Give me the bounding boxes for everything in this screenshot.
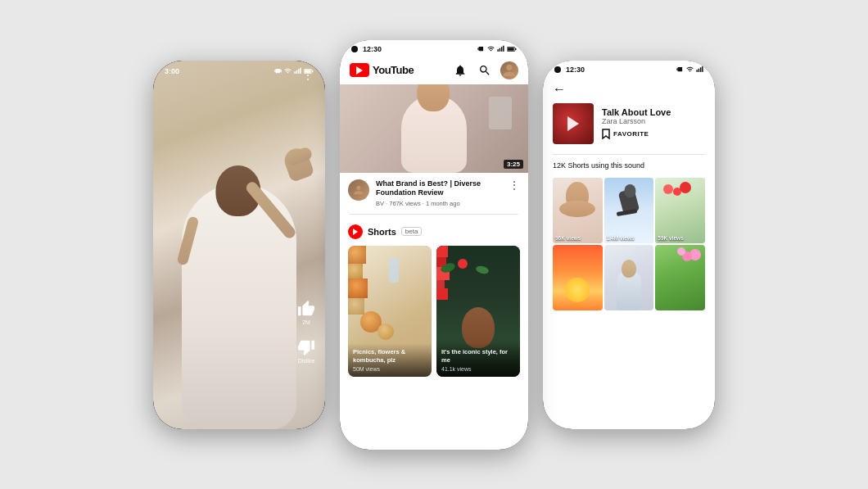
card2-title: It's the iconic style, for me: [441, 348, 515, 364]
svg-rect-3: [298, 69, 300, 74]
ti1-hands: [559, 201, 595, 217]
left-more-menu[interactable]: ⋮: [302, 69, 314, 82]
svg-rect-17: [696, 70, 698, 72]
time-ago: 1 month ago: [426, 200, 460, 207]
video-thumbnail[interactable]: 3:25: [340, 84, 528, 173]
card1-overlay: Picnics, flowers & kombucha, plz 50M vie…: [348, 343, 432, 377]
svg-rect-2: [296, 70, 298, 74]
shorts-thumb-grid: 96K views 1.4M views: [543, 178, 715, 310]
svg-rect-15: [508, 48, 514, 51]
flower-5: [436, 288, 448, 300]
center-screen: 12:30 YouTube: [340, 40, 528, 450]
flower-1: [436, 246, 448, 257]
right-status-left: 12:30: [554, 66, 585, 74]
video-meta: BV · 767K views · 1 month ago: [376, 200, 502, 207]
card2-face: [462, 307, 495, 348]
thumb-item-2[interactable]: 1.4M views: [604, 178, 654, 243]
thumb-item-1[interactable]: 96K views: [553, 178, 603, 243]
food-item-3: [348, 278, 368, 298]
ti3-views: 59K views: [658, 235, 683, 241]
thumb-product: [489, 97, 512, 129]
ti3-bg: [655, 178, 705, 243]
shorts-actions: 2M Dislike: [297, 300, 315, 364]
flower-6: [458, 259, 468, 269]
svg-rect-4: [300, 68, 301, 74]
thumb-item-5[interactable]: [604, 245, 654, 310]
song-thumbnail: [553, 103, 594, 144]
food-item-2: [348, 264, 363, 278]
ti3-flower-1: [663, 184, 673, 194]
song-info: Talk About Love Zara Larsson FAVORITE: [543, 103, 715, 154]
sunset-sun: [565, 278, 590, 302]
search-button[interactable]: [476, 61, 494, 79]
thumb-item-4[interactable]: [553, 245, 603, 310]
shorts-header: Shorts beta: [348, 224, 520, 239]
scene: 3:00 ⋮: [0, 0, 868, 489]
right-status-icons: [676, 66, 703, 73]
channel-avatar-c: [348, 179, 369, 201]
video-info: What Brand is Best? | Diverse Foundation…: [340, 173, 528, 214]
youtube-icon: [350, 63, 369, 77]
svg-rect-0: [276, 69, 280, 73]
shorts-person-area: [153, 110, 325, 429]
vibrate-icon: [274, 67, 282, 75]
video-details: What Brand is Best? | Diverse Foundation…: [376, 179, 502, 207]
svg-rect-12: [503, 46, 504, 52]
video-title: What Brand is Best? | Diverse Foundation…: [376, 179, 502, 198]
back-button[interactable]: ←: [553, 82, 566, 97]
flower-4: [436, 280, 445, 288]
thumbsup-icon: [297, 300, 315, 318]
dislike-label: Dislike: [298, 358, 315, 364]
view-count: 767K views: [389, 200, 420, 207]
svg-rect-18: [698, 69, 700, 72]
shorts-section: Shorts beta: [340, 221, 528, 383]
phone-right: 12:30 ← Talk About Love Zara Larsson: [543, 61, 715, 429]
center-status-bar: 12:30: [340, 40, 528, 57]
center-status-icons: [477, 45, 517, 52]
right-screen: 12:30 ← Talk About Love Zara Larsson: [543, 61, 715, 429]
signal-icon-r: [696, 66, 703, 73]
thumb-item-3[interactable]: 59K views: [655, 178, 705, 243]
user-avatar-c[interactable]: [500, 61, 518, 79]
card2-overlay: It's the iconic style, for me 41.1k view…: [436, 343, 520, 377]
notification-button[interactable]: [451, 61, 469, 79]
song-artist: Zara Larsson: [602, 117, 705, 125]
svg-rect-10: [500, 48, 501, 52]
wifi-icon-r: [686, 66, 694, 73]
vibrate-icon-c: [477, 45, 485, 52]
center-status-left: 12:30: [351, 45, 382, 53]
phone-left: 3:00 ⋮: [153, 61, 325, 429]
skater-head: [624, 184, 635, 197]
video-menu-button[interactable]: ⋮: [509, 179, 520, 191]
thumbsdown-icon: [297, 338, 315, 356]
wifi-icon-left: [284, 67, 292, 75]
short-card-1[interactable]: Picnics, flowers & kombucha, plz 50M vie…: [348, 246, 432, 377]
youtube-header-actions: [451, 61, 518, 79]
youtube-logo[interactable]: YouTube: [350, 63, 414, 77]
song-details: Talk About Love Zara Larsson FAVORITE: [602, 107, 705, 139]
svg-rect-19: [700, 67, 702, 72]
left-screen: 3:00 ⋮: [153, 61, 325, 429]
shorts-beta: beta: [401, 227, 423, 236]
food-item-1: [348, 246, 366, 264]
thumb-item-6[interactable]: [655, 245, 705, 310]
signal-icon-c: [497, 45, 504, 52]
ti3-flower-3: [680, 182, 691, 193]
like-action[interactable]: 2M: [297, 300, 315, 325]
right-header: ←: [543, 77, 715, 103]
svg-rect-16: [678, 67, 682, 71]
song-title: Talk About Love: [602, 107, 705, 117]
right-status-bar: 12:30: [543, 61, 715, 77]
dislike-action[interactable]: Dislike: [297, 338, 315, 364]
short-card-2[interactable]: It's the iconic style, for me 41.1k view…: [436, 246, 520, 377]
food-item-4: [348, 298, 364, 315]
song-favorite-button[interactable]: FAVORITE: [602, 129, 705, 139]
card2-views: 41.1k views: [441, 366, 515, 372]
video-duration: 3:25: [504, 160, 523, 169]
ti5-face: [622, 260, 636, 278]
ti2-bg: [604, 178, 654, 243]
ti1-bg: [553, 178, 603, 243]
ti2-views: 1.4M views: [607, 235, 635, 241]
signal-icon-left: [294, 67, 301, 75]
wifi-icon-c: [487, 45, 495, 52]
